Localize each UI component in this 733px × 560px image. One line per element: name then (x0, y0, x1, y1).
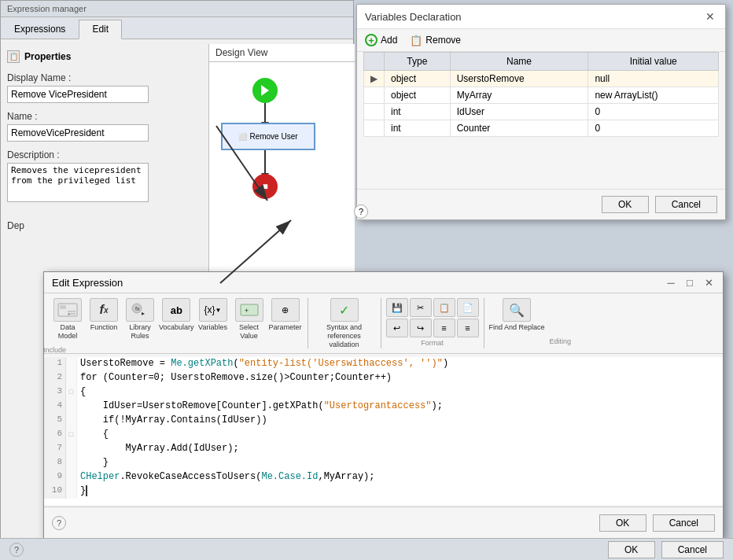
variable-row[interactable]: ▶ object UserstoRemove null (364, 71, 719, 87)
vocabulary-label: Vocabulary (159, 323, 194, 332)
find-replace-label: Find And Replace (489, 323, 545, 332)
vocabulary-icon: ab (162, 298, 190, 322)
variables-cancel-button[interactable]: Cancel (655, 196, 717, 213)
editing-section-label: Editing (550, 337, 572, 345)
var-name-cell: UserstoRemove (450, 71, 588, 87)
variable-row[interactable]: int Counter 0 (364, 120, 719, 137)
bottom-help-icon[interactable]: ? (9, 543, 24, 557)
name-label: Name : (7, 111, 202, 122)
code-line: 3□{ (44, 385, 723, 400)
copy-icon[interactable]: 📋 (433, 298, 455, 317)
code-line: 8 } (44, 456, 723, 470)
display-name-label: Display Name : (7, 72, 202, 83)
toolbar-variables[interactable]: {x}▼ Variables (196, 298, 230, 332)
indent-icon[interactable]: ≡ (433, 319, 455, 337)
svg-text:+: + (245, 307, 249, 315)
flow-arrow-1 (264, 103, 266, 123)
code-editor[interactable]: 1UserstoRemove = Me.getXPath("entity-lis… (44, 357, 723, 505)
select-value-icon: + (235, 298, 263, 322)
toolbar-find-replace[interactable]: 🔍 Find And Replace (489, 298, 545, 332)
help-icon-edit[interactable]: ? (52, 516, 66, 530)
edit-expression-title: Edit Expression (52, 277, 123, 289)
line-number: 2 (44, 371, 66, 385)
add-icon: + (365, 34, 378, 46)
svg-rect-1 (60, 305, 66, 309)
paste-icon[interactable]: 📄 (457, 298, 479, 317)
description-textarea[interactable]: Removes the vicepresident from the privi… (7, 163, 149, 202)
cut-icon[interactable]: ✂ (410, 298, 432, 317)
expression-toolbar: + DataModel fx Function fx▸ LibraryRules… (44, 293, 723, 354)
toolbar-vocabulary[interactable]: ab Vocabulary (159, 298, 194, 332)
row-indicator (364, 104, 385, 120)
line-content: CHelper.RevokeCaseAccessToUsers(Me.Case.… (77, 470, 723, 484)
format-icons-row2: ↩ ↪ ≡ ≡ (386, 319, 479, 337)
syntax-icon: ✓ (330, 298, 359, 322)
expression-tabs: Expressions Edit (1, 17, 353, 39)
syntax-label: Syntax and referencesvalidation (313, 323, 376, 348)
titlebar-controls: ─ □ ✕ (665, 276, 715, 289)
tab-expressions[interactable]: Expressions (1, 20, 79, 39)
toolbar-library-rules[interactable]: fx▸ LibraryRules (123, 298, 157, 341)
line-number: 5 (44, 414, 66, 428)
line-fold (66, 400, 77, 414)
minimize-button[interactable]: ─ (665, 276, 677, 289)
line-number: 7 (44, 442, 66, 456)
col-type: Type (385, 53, 451, 71)
remove-variable-button[interactable]: 📋 Remove (410, 34, 461, 46)
unindent-icon[interactable]: ≡ (457, 319, 479, 337)
variables-dialog-titlebar: Variables Declaration ✕ (357, 5, 725, 29)
col-initial-value: Initial value (588, 53, 719, 71)
flow-arrow-2 (264, 150, 266, 174)
close-button[interactable]: ✕ (702, 276, 715, 289)
edit-expression-dialog: Edit Expression ─ □ ✕ + DataModel fx Fun… (43, 271, 724, 539)
add-variable-button[interactable]: + Add (365, 34, 397, 46)
var-name-cell: Counter (450, 120, 588, 137)
save-icon[interactable]: 💾 (386, 298, 408, 317)
bottom-cancel-button[interactable]: Cancel (661, 541, 724, 558)
svg-text:▸: ▸ (142, 310, 145, 317)
format-label: Format (421, 339, 444, 347)
variables-toolbar: + Add 📋 Remove (357, 29, 725, 52)
name-input[interactable] (7, 124, 149, 142)
col-indicator (364, 53, 385, 71)
line-fold (66, 484, 77, 499)
row-indicator: ▶ (364, 71, 385, 87)
variables-icon: {x}▼ (199, 298, 227, 322)
toolbar-syntax-validation[interactable]: ✓ Syntax and referencesvalidation (313, 298, 376, 348)
toolbar-divider-3 (484, 298, 484, 348)
edit-cancel-button[interactable]: Cancel (653, 514, 715, 532)
help-icon-main[interactable]: ? (354, 204, 368, 219)
variables-ok-button[interactable]: OK (602, 196, 649, 213)
variable-row[interactable]: int IdUser 0 (364, 104, 719, 120)
toolbar-function[interactable]: fx Function (87, 298, 121, 332)
toolbar-select-value[interactable]: + SelectValue (232, 298, 267, 341)
row-indicator (364, 120, 385, 137)
display-name-input[interactable] (7, 86, 149, 103)
remove-icon: 📋 (410, 35, 422, 46)
col-name: Name (450, 53, 588, 71)
code-line: 2for (Counter=0; UserstoRemove.size()>Co… (44, 371, 723, 385)
maximize-button[interactable]: □ (683, 276, 696, 289)
line-fold (66, 371, 77, 385)
line-number: 10 (44, 484, 66, 499)
line-fold (66, 456, 77, 470)
toolbar-parameter[interactable]: ⊕ Parameter (268, 298, 303, 332)
line-content: for (Counter=0; UserstoRemove.size()>Cou… (77, 371, 723, 385)
flow-task-node[interactable]: ⬜ Remove User (221, 123, 315, 150)
line-fold (66, 442, 77, 456)
var-name-cell: IdUser (450, 104, 588, 120)
line-number: 3 (44, 385, 66, 400)
edit-ok-button[interactable]: OK (599, 514, 646, 532)
code-line: 4 IdUser=UserstoRemove[Counter].getXPath… (44, 400, 723, 414)
dep-label: Dep (7, 220, 202, 231)
var-initial-value-cell: new ArrayList() (588, 87, 719, 104)
undo-icon[interactable]: ↩ (386, 319, 408, 337)
tab-edit[interactable]: Edit (79, 20, 122, 39)
variable-row[interactable]: object MyArray new ArrayList() (364, 87, 719, 104)
toolbar-data-model[interactable]: + DataModel (50, 298, 85, 341)
bottom-ok-button[interactable]: OK (608, 541, 655, 558)
variables-dialog-close-button[interactable]: ✕ (703, 9, 717, 24)
flow-start-node (252, 78, 278, 103)
redo-icon[interactable]: ↪ (410, 319, 432, 337)
function-icon: fx (90, 298, 118, 322)
